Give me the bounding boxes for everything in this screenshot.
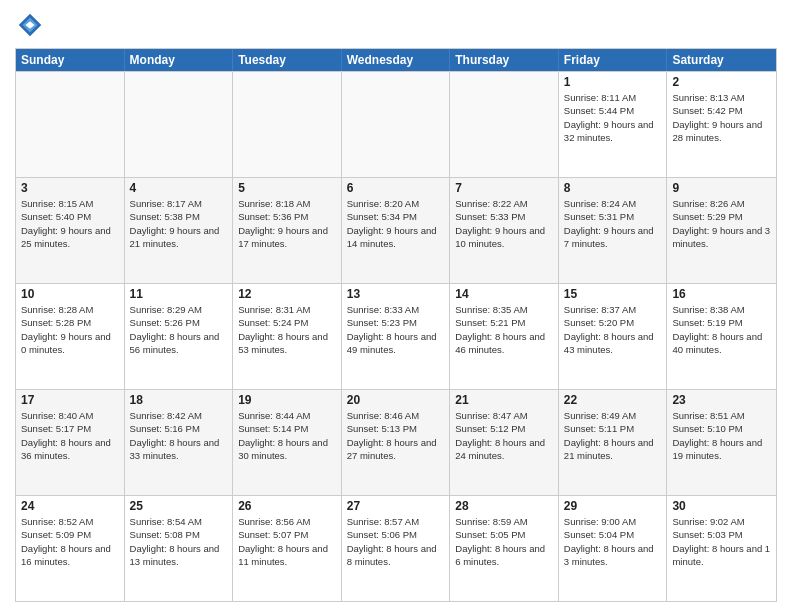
cal-cell: 10Sunrise: 8:28 AM Sunset: 5:28 PM Dayli… — [16, 284, 125, 389]
cal-cell: 15Sunrise: 8:37 AM Sunset: 5:20 PM Dayli… — [559, 284, 668, 389]
cal-cell-empty — [450, 72, 559, 177]
cal-week: 17Sunrise: 8:40 AM Sunset: 5:17 PM Dayli… — [16, 389, 776, 495]
day-number: 21 — [455, 393, 553, 407]
cal-cell-empty — [125, 72, 234, 177]
cal-header-day: Sunday — [16, 49, 125, 71]
cal-cell: 1Sunrise: 8:11 AM Sunset: 5:44 PM Daylig… — [559, 72, 668, 177]
cal-cell: 7Sunrise: 8:22 AM Sunset: 5:33 PM Daylig… — [450, 178, 559, 283]
calendar: SundayMondayTuesdayWednesdayThursdayFrid… — [15, 48, 777, 602]
day-number: 10 — [21, 287, 119, 301]
day-number: 17 — [21, 393, 119, 407]
day-number: 30 — [672, 499, 771, 513]
day-info: Sunrise: 8:28 AM Sunset: 5:28 PM Dayligh… — [21, 303, 119, 356]
cal-header-day: Friday — [559, 49, 668, 71]
day-number: 12 — [238, 287, 336, 301]
cal-cell: 4Sunrise: 8:17 AM Sunset: 5:38 PM Daylig… — [125, 178, 234, 283]
cal-cell: 9Sunrise: 8:26 AM Sunset: 5:29 PM Daylig… — [667, 178, 776, 283]
cal-header-day: Saturday — [667, 49, 776, 71]
day-info: Sunrise: 8:42 AM Sunset: 5:16 PM Dayligh… — [130, 409, 228, 462]
day-info: Sunrise: 8:29 AM Sunset: 5:26 PM Dayligh… — [130, 303, 228, 356]
cal-header-day: Thursday — [450, 49, 559, 71]
cal-cell: 5Sunrise: 8:18 AM Sunset: 5:36 PM Daylig… — [233, 178, 342, 283]
day-number: 23 — [672, 393, 771, 407]
day-info: Sunrise: 8:52 AM Sunset: 5:09 PM Dayligh… — [21, 515, 119, 568]
day-number: 8 — [564, 181, 662, 195]
logo — [15, 10, 49, 40]
day-info: Sunrise: 8:13 AM Sunset: 5:42 PM Dayligh… — [672, 91, 771, 144]
day-number: 18 — [130, 393, 228, 407]
day-info: Sunrise: 8:44 AM Sunset: 5:14 PM Dayligh… — [238, 409, 336, 462]
cal-cell: 27Sunrise: 8:57 AM Sunset: 5:06 PM Dayli… — [342, 496, 451, 601]
day-number: 2 — [672, 75, 771, 89]
day-info: Sunrise: 8:59 AM Sunset: 5:05 PM Dayligh… — [455, 515, 553, 568]
day-number: 19 — [238, 393, 336, 407]
day-info: Sunrise: 8:57 AM Sunset: 5:06 PM Dayligh… — [347, 515, 445, 568]
day-number: 22 — [564, 393, 662, 407]
day-number: 27 — [347, 499, 445, 513]
cal-cell: 13Sunrise: 8:33 AM Sunset: 5:23 PM Dayli… — [342, 284, 451, 389]
cal-cell: 16Sunrise: 8:38 AM Sunset: 5:19 PM Dayli… — [667, 284, 776, 389]
day-number: 5 — [238, 181, 336, 195]
day-number: 16 — [672, 287, 771, 301]
day-info: Sunrise: 8:38 AM Sunset: 5:19 PM Dayligh… — [672, 303, 771, 356]
cal-cell-empty — [16, 72, 125, 177]
cal-cell: 20Sunrise: 8:46 AM Sunset: 5:13 PM Dayli… — [342, 390, 451, 495]
cal-header-day: Wednesday — [342, 49, 451, 71]
day-number: 15 — [564, 287, 662, 301]
day-number: 20 — [347, 393, 445, 407]
cal-week: 1Sunrise: 8:11 AM Sunset: 5:44 PM Daylig… — [16, 71, 776, 177]
day-info: Sunrise: 8:22 AM Sunset: 5:33 PM Dayligh… — [455, 197, 553, 250]
day-info: Sunrise: 8:40 AM Sunset: 5:17 PM Dayligh… — [21, 409, 119, 462]
day-info: Sunrise: 8:11 AM Sunset: 5:44 PM Dayligh… — [564, 91, 662, 144]
logo-icon — [15, 10, 45, 40]
day-info: Sunrise: 9:02 AM Sunset: 5:03 PM Dayligh… — [672, 515, 771, 568]
cal-cell: 6Sunrise: 8:20 AM Sunset: 5:34 PM Daylig… — [342, 178, 451, 283]
calendar-body: 1Sunrise: 8:11 AM Sunset: 5:44 PM Daylig… — [16, 71, 776, 601]
day-number: 9 — [672, 181, 771, 195]
cal-cell: 12Sunrise: 8:31 AM Sunset: 5:24 PM Dayli… — [233, 284, 342, 389]
cal-cell: 23Sunrise: 8:51 AM Sunset: 5:10 PM Dayli… — [667, 390, 776, 495]
cal-cell: 8Sunrise: 8:24 AM Sunset: 5:31 PM Daylig… — [559, 178, 668, 283]
day-info: Sunrise: 9:00 AM Sunset: 5:04 PM Dayligh… — [564, 515, 662, 568]
day-info: Sunrise: 8:37 AM Sunset: 5:20 PM Dayligh… — [564, 303, 662, 356]
day-info: Sunrise: 8:18 AM Sunset: 5:36 PM Dayligh… — [238, 197, 336, 250]
cal-header-day: Monday — [125, 49, 234, 71]
day-number: 14 — [455, 287, 553, 301]
cal-cell-empty — [233, 72, 342, 177]
header — [15, 10, 777, 40]
day-number: 25 — [130, 499, 228, 513]
cal-cell: 28Sunrise: 8:59 AM Sunset: 5:05 PM Dayli… — [450, 496, 559, 601]
day-info: Sunrise: 8:47 AM Sunset: 5:12 PM Dayligh… — [455, 409, 553, 462]
cal-header-day: Tuesday — [233, 49, 342, 71]
day-info: Sunrise: 8:26 AM Sunset: 5:29 PM Dayligh… — [672, 197, 771, 250]
day-info: Sunrise: 8:51 AM Sunset: 5:10 PM Dayligh… — [672, 409, 771, 462]
day-info: Sunrise: 8:49 AM Sunset: 5:11 PM Dayligh… — [564, 409, 662, 462]
cal-cell-empty — [342, 72, 451, 177]
day-number: 7 — [455, 181, 553, 195]
cal-cell: 17Sunrise: 8:40 AM Sunset: 5:17 PM Dayli… — [16, 390, 125, 495]
day-number: 1 — [564, 75, 662, 89]
day-info: Sunrise: 8:31 AM Sunset: 5:24 PM Dayligh… — [238, 303, 336, 356]
day-info: Sunrise: 8:15 AM Sunset: 5:40 PM Dayligh… — [21, 197, 119, 250]
cal-week: 24Sunrise: 8:52 AM Sunset: 5:09 PM Dayli… — [16, 495, 776, 601]
day-number: 26 — [238, 499, 336, 513]
calendar-header: SundayMondayTuesdayWednesdayThursdayFrid… — [16, 49, 776, 71]
day-number: 4 — [130, 181, 228, 195]
cal-week: 10Sunrise: 8:28 AM Sunset: 5:28 PM Dayli… — [16, 283, 776, 389]
day-info: Sunrise: 8:46 AM Sunset: 5:13 PM Dayligh… — [347, 409, 445, 462]
cal-cell: 26Sunrise: 8:56 AM Sunset: 5:07 PM Dayli… — [233, 496, 342, 601]
day-number: 28 — [455, 499, 553, 513]
cal-week: 3Sunrise: 8:15 AM Sunset: 5:40 PM Daylig… — [16, 177, 776, 283]
day-info: Sunrise: 8:56 AM Sunset: 5:07 PM Dayligh… — [238, 515, 336, 568]
page: SundayMondayTuesdayWednesdayThursdayFrid… — [0, 0, 792, 612]
day-number: 3 — [21, 181, 119, 195]
cal-cell: 19Sunrise: 8:44 AM Sunset: 5:14 PM Dayli… — [233, 390, 342, 495]
day-number: 24 — [21, 499, 119, 513]
cal-cell: 21Sunrise: 8:47 AM Sunset: 5:12 PM Dayli… — [450, 390, 559, 495]
cal-cell: 30Sunrise: 9:02 AM Sunset: 5:03 PM Dayli… — [667, 496, 776, 601]
day-number: 29 — [564, 499, 662, 513]
cal-cell: 29Sunrise: 9:00 AM Sunset: 5:04 PM Dayli… — [559, 496, 668, 601]
day-info: Sunrise: 8:54 AM Sunset: 5:08 PM Dayligh… — [130, 515, 228, 568]
day-info: Sunrise: 8:24 AM Sunset: 5:31 PM Dayligh… — [564, 197, 662, 250]
cal-cell: 24Sunrise: 8:52 AM Sunset: 5:09 PM Dayli… — [16, 496, 125, 601]
